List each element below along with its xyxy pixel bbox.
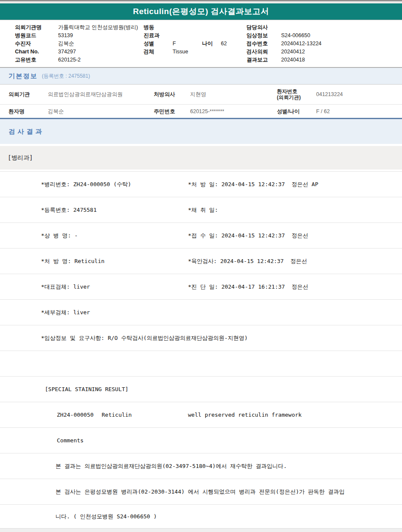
test-results-title: 검사결과 [9,128,44,136]
comment-row-3: 니다. ( 인천성모병원 S24-006650 ) [0,505,402,528]
disease-name-field: *상 병 명: - [41,223,78,248]
patient-header: 의뢰기관명가톨릭대학교 인천성모병원(병리) 병원코드53139 수진자김복순 … [0,20,402,67]
ward-label: 병동 [144,23,173,32]
report-title-bar: Reticulin(은평성모) 검사결과보고서 [0,3,402,20]
basic-info-section-bar: 기본정보 (등록번호 : 2475581) [0,68,402,85]
receipt-date-field: *접 수 일: 2024-04-15 12:42:37 정은선 [188,223,308,248]
age-value: 62 [221,41,227,47]
sex-age-row: 성별F나이62 [144,40,227,48]
patient-no-value: 041213224 [316,91,343,97]
receipt-no-row: 접수번호20240412-13224 [246,40,322,48]
clinical-request-row: *임상정보 및 요구사항: R/O 수탁검사(의료법인삼광의료재단삼광의원-지현… [0,325,402,351]
comment-line-2: 본 검사는 은평성모병원 병리과(02-2030-3144) 에서 시행되었으며… [56,479,345,504]
comment-line-1: 본 결과는 의료법인삼광의료재단삼광의원(02-3497-5180~4)에서 재… [56,453,287,479]
representative-specimen-field: *대표검체: liver [41,274,90,299]
test-request-date-row: 검사의뢰20240412 [246,48,322,56]
result-report-date-label: 결과보고 [246,56,281,64]
clinical-info-row: 임상정보S24-006650 [246,32,322,40]
attending-doctor-row: 담당의사 [246,23,322,32]
requesting-org-value: 가톨릭대학교 인천성모병원(병리) [58,24,138,30]
chart-no-label: Chart No. [15,48,58,56]
test-request-date-label: 검사의뢰 [246,48,281,56]
ward-row: 병동 [144,23,227,32]
staining-result-row: ZH24-000050 Reticulin well preserved ret… [0,402,402,428]
report-title: Reticulin(은평성모) 검사결과보고서 [133,7,269,16]
lab-report-page: Reticulin(은평성모) 검사결과보고서 의뢰기관명가톨릭대학교 인천성모… [0,0,402,532]
sex-label: 성별 [144,40,173,48]
hospital-code-label: 병원코드 [15,32,58,40]
pathology-no-field: *병리번호: ZH24-000050 (수탁) [41,172,131,197]
basic-info-subtitle: (등록번호 : 2475581) [42,73,90,80]
prescribing-doctor-label: 처방의사 [154,91,175,98]
requesting-org2-value: 의료법인삼광의료재단삼광의원 [48,91,123,98]
prescription-date-field: *처 방 일: 2024-04-15 12:42:37 정은선 AP [188,172,318,197]
chart-no-row: Chart No.374297 [15,48,138,56]
detail-specimen-field: *세부검체: liver [41,300,90,325]
diagnosis-date-field: *진 단 일: 2024-04-17 16:21:37 정은선 [188,274,308,299]
sex-age2-value: F / 62 [316,108,330,114]
examinee-label: 수진자 [15,40,58,48]
comment-row-1: 본 결과는 의료법인삼광의료재단삼광의원(02-3497-5180~4)에서 재… [0,453,402,479]
patient-name-label: 환자명 [9,108,25,115]
representative-specimen-row: *대표검체: liver *진 단 일: 2024-04-17 16:21:37… [0,274,402,300]
clinical-info-value: S24-006650 [281,32,310,38]
test-results-section-bar: 검사결과 [0,119,402,144]
hospital-code-row: 병원코드53139 [15,32,138,40]
clinical-request-field: *임상정보 및 요구사항: R/O 수탁검사(의료법인삼광의료재단삼광의원-지현… [41,325,248,351]
collection-date-field: *채 취 일: [188,197,218,222]
staining-code: ZH24-000050 [57,402,94,427]
sex-age2-label: 성별/나이 [277,108,299,115]
header-middle-column: 병동 진료과 성별F나이62 검체Tissue [144,23,227,56]
prescription-name-row: *처 방 명: Reticulin *육안검사: 2024-04-15 12:4… [0,248,402,274]
staining-result: well preserved reticulin framework [188,402,302,427]
patient-name-value: 김복순 [48,108,64,115]
basic-info-title: 기본정보 [9,72,38,80]
staining-header: [SPECIAL STAINING RESULT] [45,377,129,402]
hospital-code-value: 53139 [58,32,73,38]
prescribing-doctor-value: 지현영 [190,91,206,98]
examinee-row: 수진자김복순 [15,40,138,48]
result-report-date-value: 20240418 [281,57,305,63]
header-left-column: 의뢰기관명가톨릭대학교 인천성모병원(병리) 병원코드53139 수진자김복순 … [15,23,138,64]
basic-info-row-2: 환자명 김복순 주민번호 620125-******* 성별/나이 F / 62 [0,105,402,118]
unique-no-label: 고유번호 [15,56,58,64]
test-request-date-value: 20240412 [281,49,305,55]
attending-doctor-label: 담당의사 [246,23,281,32]
basic-info-row-1: 의뢰기관 의료법인삼광의료재단삼광의원 처방의사 지현영 환자번호 (의뢰기관)… [0,85,402,105]
staining-header-row: [SPECIAL STAINING RESULT] [0,377,402,402]
requesting-org-label: 의뢰기관명 [15,23,58,32]
footer-strip [0,528,402,532]
empty-row [0,351,402,377]
result-report-date-row: 결과보고20240418 [246,56,322,64]
specimen-label: 검체 [144,48,173,56]
header-right-column: 담당의사 임상정보S24-006650 접수번호20240412-13224 검… [246,23,322,64]
unique-no-value: 620125-2 [58,57,81,63]
age-label: 나이 [202,40,221,48]
prescription-name-field: *처 방 명: Reticulin [41,248,105,274]
chart-no-value: 374297 [58,49,76,55]
clinical-info-label: 임상정보 [246,32,281,40]
receipt-no-value: 20240412-13224 [281,41,322,47]
registration-no-field: *등록번호: 2475581 [41,197,97,222]
comment-line-3: 니다. ( 인천성모병원 S24-006650 ) [56,505,157,528]
department-name: [병리과] [8,154,33,161]
comments-label: Comments [57,428,84,453]
pathology-no-row: *병리번호: ZH24-000050 (수탁) *처 방 일: 2024-04-… [0,172,402,197]
department-row: 진료과 [144,32,227,40]
patient-no-label: 환자번호 (의뢰기관) [277,88,301,100]
disease-name-row: *상 병 명: - *접 수 일: 2024-04-15 12:42:37 정은… [0,223,402,248]
unique-no-row: 고유번호620125-2 [15,56,138,64]
registration-no-row: *등록번호: 2475581 *채 취 일: [0,197,402,223]
requesting-org-row: 의뢰기관명가톨릭대학교 인천성모병원(병리) [15,23,138,32]
department-label: 진료과 [144,32,173,40]
detail-specimen-row: *세부검체: liver [0,300,402,325]
specimen-value: Tissue [173,49,188,55]
gross-exam-field: *육안검사: 2024-04-15 12:42:37 정은선 [188,248,307,274]
department-band: [병리과] [0,146,402,170]
staining-name: Reticulin [102,402,132,427]
requesting-org2-label: 의뢰기관 [9,91,30,98]
resident-no-label: 주민번호 [154,108,175,115]
specimen-row: 검체Tissue [144,48,227,56]
comments-label-row: Comments [0,428,402,453]
examinee-value: 김복순 [58,41,74,47]
